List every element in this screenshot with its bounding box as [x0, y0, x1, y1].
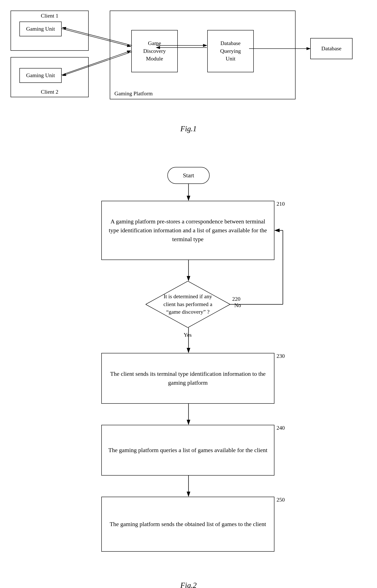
step220-label: 220: [232, 296, 240, 302]
client1-label: Client 1: [41, 13, 58, 19]
dqu-box: DatabaseQueryingUnit: [207, 30, 254, 72]
step210-box: A gaming platform pre-stores a correspon…: [101, 201, 274, 260]
client1-gaming-unit: Gaming Unit: [19, 22, 62, 36]
database-box: Database: [310, 38, 353, 59]
step250-label: 250: [277, 497, 285, 503]
step240-label: 240: [277, 425, 285, 431]
client2-label: Client 2: [41, 89, 58, 95]
start-oval: Start: [167, 167, 210, 184]
dqu-label: DatabaseQueryingUnit: [220, 39, 241, 63]
step230-box: The client sends its terminal type ident…: [101, 353, 274, 404]
fig2-caption: Fig.2: [180, 581, 197, 588]
step210-label: 210: [277, 201, 285, 207]
gaming-platform-label: Gaming Platform: [114, 90, 153, 97]
fig1-diagram: Client 1 Gaming Unit Gaming Unit Client …: [0, 6, 377, 138]
client2-gaming-unit: Gaming Unit: [19, 68, 62, 83]
gaming-platform-box: Gaming Platform GameDiscoveryModule Data…: [110, 11, 295, 99]
step230-label: 230: [277, 353, 285, 359]
step220-no-label: No: [234, 302, 241, 309]
step220-text: It is determined if any client has perfo…: [146, 281, 230, 328]
step240-box: The gaming platform queries a list of ga…: [101, 425, 274, 475]
client2-outer-box: Gaming Unit Client 2: [11, 57, 89, 97]
gdm-label: GameDiscoveryModule: [143, 39, 166, 63]
fig1-caption: Fig.1: [180, 124, 197, 133]
step220-yes-label: Yes: [184, 332, 192, 338]
fig2-diagram: Start A gaming platform pre-stores a cor…: [0, 154, 377, 588]
step220-diamond-container: It is determined if any client has perfo…: [146, 281, 230, 328]
step250-box: The gaming platform sends the obtained l…: [101, 497, 274, 552]
gdm-box: GameDiscoveryModule: [131, 30, 178, 72]
client1-outer-box: Client 1 Gaming Unit: [11, 11, 89, 51]
